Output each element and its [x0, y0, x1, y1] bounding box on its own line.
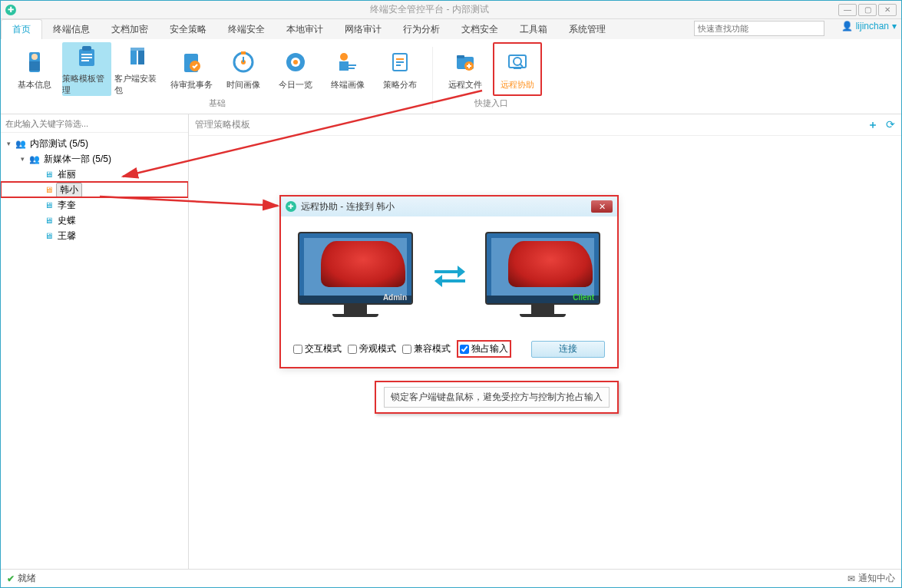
tab-network-audit[interactable]: 网络审计	[334, 20, 392, 39]
ribbon-today-view[interactable]: 今日一览	[271, 42, 320, 96]
ribbon-group-quick-label: 快捷入口	[474, 96, 508, 112]
tree-user-4[interactable]: 🖥王馨	[1, 228, 188, 243]
svg-rect-8	[131, 51, 137, 64]
tab-behavior[interactable]: 行为分析	[392, 20, 451, 39]
sync-arrows-icon	[430, 259, 468, 290]
svg-point-20	[340, 53, 348, 61]
admin-monitor: Admin	[298, 232, 413, 317]
tab-doc-encrypt[interactable]: 文档加密	[101, 20, 159, 39]
dialog-title-text: 远程协助 - 连接到 韩小	[301, 200, 395, 213]
ribbon-client-install[interactable]: 客户端安装包	[114, 42, 164, 96]
opt-compat[interactable]: 兼容模式	[402, 342, 451, 355]
user-menu[interactable]: 👤 lijinchan ▾	[841, 21, 897, 31]
menu-tabs: 首页 终端信息 文档加密 安全策略 终端安全 本地审计 网络审计 行为分析 文档…	[1, 19, 901, 39]
svg-line-33	[520, 64, 523, 67]
tooltip-highlight: 锁定客户端键盘鼠标，避免受控方与控制方抢占输入	[375, 381, 619, 414]
sidebar: ▾👥内部测试 (5/5) ▾👥新媒体一部 (5/5) 🖥崔丽 🖥韩小 🖥李奎 🖥…	[1, 114, 189, 569]
ribbon-terminal-portrait[interactable]: 终端画像	[323, 42, 372, 96]
svg-rect-6	[81, 57, 92, 58]
client-monitor: Client	[485, 232, 600, 317]
svg-rect-4	[82, 46, 91, 51]
user-icon: 👤	[841, 21, 853, 31]
svg-rect-27	[396, 64, 401, 66]
titlebar: ✚ 终端安全管控平台 - 内部测试 — ▢ ✕	[1, 1, 901, 19]
users-icon: 👥	[28, 154, 41, 164]
svg-rect-26	[396, 61, 404, 63]
svg-point-1	[31, 54, 38, 60]
monitor-icon: 🖥	[42, 169, 55, 180]
monitor-icon: 🖥	[42, 230, 55, 241]
refresh-icon[interactable]: ⟳	[886, 118, 895, 132]
users-icon: 👥	[15, 138, 27, 149]
svg-rect-15	[241, 51, 246, 55]
check-icon: ✔	[7, 573, 15, 584]
svg-rect-34	[514, 68, 521, 69]
ribbon-pending-approval[interactable]: 待审批事务	[167, 42, 216, 96]
dialog-close-button[interactable]: ✕	[591, 200, 613, 213]
ribbon-remote-assist[interactable]: 远程协助	[493, 42, 542, 96]
ribbon-group-basic-label: 基础	[209, 96, 226, 112]
tree-user-3[interactable]: 🖥史蝶	[1, 213, 188, 228]
svg-rect-10	[131, 48, 144, 51]
svg-rect-23	[349, 68, 355, 69]
tab-sysmanage[interactable]: 系统管理	[558, 20, 616, 39]
tree-filter-input[interactable]	[1, 114, 188, 132]
ribbon-remote-files[interactable]: 远程文件	[441, 42, 490, 96]
ribbon-policy-template[interactable]: 策略模板管理	[62, 42, 111, 96]
tree-user-0[interactable]: 🖥崔丽	[1, 167, 188, 182]
dialog-titlebar: ✚ 远程协助 - 连接到 韩小 ✕	[281, 197, 617, 216]
tab-security-policy[interactable]: 安全策略	[159, 20, 217, 39]
function-search-input[interactable]	[694, 21, 824, 36]
monitor-icon: 🖥	[42, 200, 55, 210]
opt-interact[interactable]: 交互模式	[293, 342, 342, 355]
status-ready: 就绪	[18, 572, 36, 585]
mail-icon: ✉	[847, 573, 855, 584]
monitor-icon: 🖥	[42, 215, 55, 226]
content-header: 管理策略模板 ＋ ⟳	[189, 114, 901, 136]
ribbon: 基本信息 策略模板管理 客户端安装包 待审批事务 时间画像 今日一览 终端画像 …	[1, 39, 901, 114]
ribbon-time-portrait[interactable]: 时间画像	[219, 42, 268, 96]
opt-exclusive[interactable]: 独占输入	[457, 340, 511, 358]
tab-terminal-security[interactable]: 终端安全	[217, 20, 276, 39]
statusbar: ✔ 就绪 ✉ 通知中心	[1, 569, 901, 587]
org-tree: ▾👥内部测试 (5/5) ▾👥新媒体一部 (5/5) 🖥崔丽 🖥韩小 🖥李奎 🖥…	[1, 133, 188, 569]
tree-user-1[interactable]: 🖥韩小	[1, 182, 188, 197]
tab-local-audit[interactable]: 本地审计	[276, 20, 334, 39]
tab-terminal-info[interactable]: 终端信息	[42, 20, 101, 39]
close-button[interactable]: ✕	[878, 4, 897, 16]
svg-rect-21	[339, 61, 349, 71]
svg-point-19	[293, 60, 298, 64]
notification-center[interactable]: ✉ 通知中心	[847, 572, 895, 585]
svg-rect-5	[81, 54, 92, 55]
svg-rect-22	[349, 64, 356, 66]
monitor-icon: 🖥	[42, 184, 55, 195]
app-icon: ✚	[5, 5, 16, 15]
tree-root[interactable]: ▾👥内部测试 (5/5)	[1, 136, 188, 151]
tab-toolbox[interactable]: 工具箱	[509, 20, 558, 39]
tab-home[interactable]: 首页	[1, 19, 42, 39]
minimize-button[interactable]: —	[838, 4, 857, 16]
svg-rect-29	[457, 55, 464, 58]
tree-group[interactable]: ▾👥新媒体一部 (5/5)	[1, 151, 188, 167]
window-title: 终端安全管控平台 - 内部测试	[21, 3, 838, 16]
ribbon-basic-info[interactable]: 基本信息	[10, 42, 59, 96]
svg-rect-25	[396, 58, 404, 60]
tab-doc-security[interactable]: 文档安全	[451, 20, 509, 39]
svg-rect-2	[29, 61, 40, 71]
chevron-down-icon: ▾	[892, 21, 897, 31]
add-icon[interactable]: ＋	[867, 118, 878, 132]
svg-rect-7	[81, 60, 89, 61]
maximize-button[interactable]: ▢	[858, 4, 877, 16]
opt-watch[interactable]: 旁观模式	[348, 342, 396, 355]
ribbon-policy-distribute[interactable]: 策略分布	[375, 42, 425, 96]
tooltip-text: 锁定客户端键盘鼠标，避免受控方与控制方抢占输入	[384, 387, 610, 408]
connect-button[interactable]: 连接	[531, 341, 605, 358]
remote-assist-dialog: ✚ 远程协助 - 连接到 韩小 ✕ Admin Client 交互模式 旁观模式…	[280, 196, 618, 368]
dialog-icon: ✚	[286, 201, 296, 212]
tree-user-2[interactable]: 🖥李奎	[1, 197, 188, 213]
